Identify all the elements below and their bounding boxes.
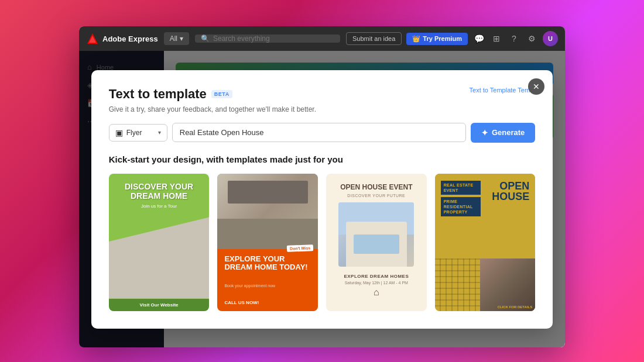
nav-actions: Submit an idea 👑 Try Premium 💬 ⊞ ? ⚙ U xyxy=(346,31,558,46)
card-2-dont-miss: Don't Miss xyxy=(287,244,313,252)
card-4-main-title: OPEN HOUSE xyxy=(485,181,529,202)
generate-icon: ✦ xyxy=(481,128,488,137)
beta-badge: BETA xyxy=(211,90,232,98)
template-card-4[interactable]: REAL ESTATE EVENT PRIME RESIDENTIAL PROP… xyxy=(435,174,536,311)
all-label: All xyxy=(170,35,177,43)
adobe-express-logo-icon xyxy=(86,32,99,45)
card-4-room-image: CLICK FOR DETAILS xyxy=(480,258,535,311)
card-3-date: Saturday, May 12th | 12 AM - 4 PM xyxy=(345,281,408,285)
card-4-top-section: REAL ESTATE EVENT PRIME RESIDENTIAL PROP… xyxy=(435,174,536,258)
premium-icon: 👑 xyxy=(412,35,420,43)
type-selector-label: Flyer xyxy=(126,129,142,137)
card-4-room-inner xyxy=(480,258,535,311)
selector-chevron-icon: ▾ xyxy=(158,129,161,136)
prompt-input[interactable] xyxy=(172,123,466,142)
modal-close-button[interactable]: ✕ xyxy=(528,78,544,95)
card-4-title-area: OPEN HOUSE xyxy=(481,181,529,251)
card-4-pattern-bg xyxy=(435,258,480,311)
help-icon[interactable]: ? xyxy=(508,34,520,43)
all-dropdown[interactable]: All ▾ xyxy=(164,32,189,45)
generate-label: Generate xyxy=(492,128,525,137)
generate-button[interactable]: ✦ Generate xyxy=(471,123,535,143)
terms-link[interactable]: Text to Template Terms xyxy=(470,87,536,94)
modal-subtitle: Give it a try, share your feedback, and … xyxy=(109,105,536,113)
card-3-explore: EXPLORE DREAM HOMES xyxy=(344,274,409,279)
modal-title-row: Text to template BETA xyxy=(109,87,232,102)
card-4-tag-1: REAL ESTATE EVENT xyxy=(441,181,481,195)
card-2-upper-cabinets xyxy=(228,181,308,204)
card-2-content: EXPLORE YOUR DREAM HOME TODAY! Book your… xyxy=(217,249,318,311)
app-window: Adobe Express All ▾ 🔍 Submit an idea 👑 T… xyxy=(79,26,565,347)
card-1-headline: DISCOVER YOUR DREAM HOME xyxy=(117,182,201,202)
search-icon: 🔍 xyxy=(201,35,210,43)
card-2-headline: EXPLORE YOUR DREAM HOME TODAY! xyxy=(224,255,311,272)
search-input[interactable] xyxy=(213,35,334,43)
template-card-2[interactable]: EXPLORE YOUR DREAM HOME TODAY! Book your… xyxy=(217,174,318,311)
card-1-living-room xyxy=(109,217,210,298)
card-2-sub: Book your appointment now xyxy=(224,284,311,288)
template-card-1[interactable]: DISCOVER YOUR DREAM HOME Join us for a T… xyxy=(109,174,210,311)
close-icon: ✕ xyxy=(533,82,540,91)
card-2-kitchen-image xyxy=(217,174,318,249)
card-1-image: DISCOVER YOUR DREAM HOME Join us for a T… xyxy=(109,174,210,299)
messages-icon[interactable]: 💬 xyxy=(472,34,485,43)
nav-bar: Adobe Express All ▾ 🔍 Submit an idea 👑 T… xyxy=(79,26,565,51)
modal-overlay[interactable]: ✕ Text to template BETA Text to Template… xyxy=(79,51,565,347)
template-card-3[interactable]: OPEN HOUSE EVENT DISCOVER YOUR FUTURE EX… xyxy=(326,174,427,311)
card-1-sub: Join us for a Tour xyxy=(141,204,177,209)
settings-icon[interactable]: ⚙ xyxy=(525,34,538,43)
card-4-bottom-section: CLICK FOR DETAILS xyxy=(435,258,536,311)
templates-grid: DISCOVER YOUR DREAM HOME Join us for a T… xyxy=(109,174,536,311)
card-3-location-icon: ⌂ xyxy=(374,287,379,298)
card-4-tag-2: PRIME RESIDENTIAL PROPERTY xyxy=(441,197,481,216)
apps-icon[interactable]: ⊞ xyxy=(490,34,503,43)
type-selector-dropdown[interactable]: ▣ Flyer ▾ xyxy=(109,124,167,142)
try-premium-label: Try Premium xyxy=(423,35,462,42)
submit-idea-button[interactable]: Submit an idea xyxy=(346,32,402,45)
brand-name: Adobe Express xyxy=(102,35,158,43)
try-premium-button[interactable]: 👑 Try Premium xyxy=(406,33,468,45)
card-2-cta: CALL US NOW! xyxy=(224,300,311,305)
user-avatar[interactable]: U xyxy=(543,31,558,46)
search-bar[interactable]: 🔍 xyxy=(195,35,340,43)
card-3-house-image xyxy=(338,202,414,267)
card-3-title: OPEN HOUSE EVENT xyxy=(340,183,412,191)
kickstart-title: Kick-start your design, with templates m… xyxy=(109,154,536,164)
card-4-tags: REAL ESTATE EVENT PRIME RESIDENTIAL PROP… xyxy=(441,181,481,251)
chevron-down-icon: ▾ xyxy=(180,35,183,43)
card-1-cta: Visit Our Website xyxy=(109,299,210,311)
modal-header: Text to template BETA Text to Template T… xyxy=(109,87,536,102)
modal-title: Text to template xyxy=(109,87,207,102)
card-4-click-label: CLICK FOR DETAILS xyxy=(498,305,533,309)
card-3-sub: DISCOVER YOUR FUTURE xyxy=(347,194,405,198)
prompt-row: ▣ Flyer ▾ ✦ Generate xyxy=(109,123,536,143)
flyer-icon: ▣ xyxy=(115,128,123,137)
card-3-windows xyxy=(354,235,399,254)
nav-logo: Adobe Express xyxy=(86,32,158,45)
text-to-template-modal: ✕ Text to template BETA Text to Template… xyxy=(91,70,553,329)
